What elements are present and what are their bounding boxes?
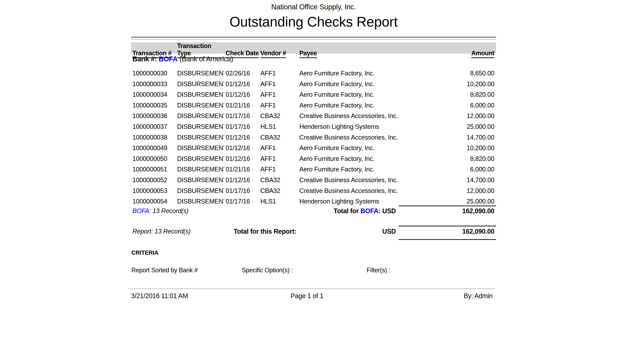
cell-payee: Creative Business Accessories, Inc. — [298, 132, 399, 143]
bank-total-rule — [399, 206, 496, 206]
cell-payee: Aero Furniture Factory, Inc. — [298, 68, 399, 79]
cell-vendor-number: CBA32 — [259, 185, 298, 196]
cell-amount: 8,820.00 — [399, 154, 496, 164]
cell-vendor-number: AFF1 — [259, 164, 298, 175]
cell-payee: Creative Business Accessories, Inc. — [298, 111, 399, 121]
cell-check-date: 01/17/16 — [224, 185, 259, 196]
bank-label: Bank #: — [132, 55, 159, 63]
cell-transaction-number: 1000000033 — [131, 79, 176, 89]
cell-check-date: 01/21/16 — [224, 100, 259, 111]
cell-payee: Henderson Lighting Systems — [298, 121, 399, 132]
report-total-top-rule — [399, 226, 496, 226]
criteria-sorted-by: Report Sorted by Bank # — [131, 267, 198, 274]
cell-amount: 12,000.00 — [399, 111, 496, 121]
cell-check-date: 01/21/16 — [224, 164, 259, 175]
table-row: 1000000034 DISBURSEMENTS 01/12/16 AFF1 A… — [131, 89, 496, 100]
cell-amount: 6,000.00 — [399, 164, 496, 175]
cell-check-date: 01/12/16 — [224, 154, 259, 164]
bank-name: (Bank of America) — [178, 55, 233, 63]
criteria-specific-options: Specific Option(s) : — [242, 267, 293, 274]
cell-vendor-number: CBA32 — [259, 175, 298, 185]
table-row: 1000000036 DISBURSEMENTS 01/17/16 CBA32 … — [131, 111, 496, 121]
cell-payee: Aero Furniture Factory, Inc. — [298, 100, 399, 111]
cell-transaction-number: 1000000038 — [131, 132, 176, 143]
cell-transaction-number: 1000000052 — [131, 175, 176, 185]
footer-generated-by: By: Admin — [464, 292, 493, 300]
cell-amount: 12,000.00 — [399, 185, 496, 196]
outstanding-checks-report: National Office Supply, Inc. Outstanding… — [131, 0, 496, 364]
table-row: 1000000037 DISBURSEMENTS 01/17/16 HLS1 H… — [131, 121, 496, 132]
report-total-amount: 162,090.00 — [399, 228, 494, 235]
cell-amount: 25,000.00 — [399, 121, 496, 132]
cell-transaction-number: 1000000049 — [131, 143, 176, 154]
cell-transaction-number: 1000000051 — [131, 164, 176, 175]
cell-check-date: 01/17/16 — [224, 196, 259, 207]
cell-payee: Henderson Lighting Systems — [298, 196, 399, 207]
cell-transaction-number: 1000000034 — [131, 89, 176, 100]
report-title: Outstanding Checks Report — [131, 14, 496, 30]
table-row: 1000000053 DISBURSEMENTS 01/17/16 CBA32 … — [131, 185, 496, 196]
report-page: National Office Supply, Inc. Outstanding… — [0, 0, 624, 364]
bank-code-link[interactable]: BOFA — [360, 207, 378, 215]
cell-transaction-type: DISBURSEMENTS — [176, 132, 224, 143]
table-row: 1000000050 DISBURSEMENTS 01/12/16 AFF1 A… — [131, 154, 496, 164]
bank-code-link[interactable]: BOFA — [159, 55, 178, 63]
table-row: 1000000038 DISBURSEMENTS 01/12/16 CBA32 … — [131, 132, 496, 143]
cell-vendor-number: HLS1 — [259, 196, 298, 207]
cell-amount: 8,820.00 — [399, 89, 496, 100]
cell-transaction-number: 1000000036 — [131, 111, 176, 121]
cell-transaction-type: DISBURSEMENTS — [176, 143, 224, 154]
company-name: National Office Supply, Inc. — [131, 3, 496, 11]
cell-amount: 6,000.00 — [399, 100, 496, 111]
cell-transaction-type: DISBURSEMENTS — [176, 121, 224, 132]
cell-amount: 14,700.00 — [399, 175, 496, 185]
bank-group-header: Bank #: BOFA (Bank of America) — [131, 55, 496, 63]
cell-amount: 25,000.00 — [399, 196, 496, 207]
table-row: 1000000033 DISBURSEMENTS 01/12/16 AFF1 A… — [131, 79, 496, 89]
cell-transaction-number: 1000000035 — [131, 100, 176, 111]
title-separator-light — [131, 39, 496, 40]
cell-transaction-number: 1000000030 — [131, 68, 176, 79]
bank-total-label: Total for BOFA: USD — [131, 207, 396, 215]
table-header-row: Transaction # Transaction Type Check Dat… — [131, 42, 496, 54]
cell-payee: Aero Furniture Factory, Inc. — [298, 79, 399, 89]
table-row: 1000000052 DISBURSEMENTS 01/12/16 CBA32 … — [131, 175, 496, 185]
table-row: 1000000035 DISBURSEMENTS 01/21/16 AFF1 A… — [131, 100, 496, 111]
cell-amount: 10,200.00 — [399, 79, 496, 89]
cell-transaction-type: DISBURSEMENTS — [176, 68, 224, 79]
cell-vendor-number: HLS1 — [259, 121, 298, 132]
cell-transaction-type: DISBURSEMENTS — [176, 154, 224, 164]
cell-payee: Aero Furniture Factory, Inc. — [298, 143, 399, 154]
cell-transaction-number: 1000000037 — [131, 121, 176, 132]
cell-transaction-type: DISBURSEMENTS — [176, 196, 224, 207]
cell-check-date: 01/12/16 — [224, 143, 259, 154]
cell-vendor-number: AFF1 — [259, 89, 298, 100]
cell-check-date: 01/17/16 — [224, 111, 259, 121]
cell-transaction-type: DISBURSEMENTS — [176, 175, 224, 185]
report-total-currency: USD — [356, 228, 396, 235]
footer-page-number: Page 1 of 1 — [125, 292, 490, 300]
table-body: 1000000030 DISBURSEMENTS 02/26/16 AFF1 A… — [131, 68, 496, 207]
cell-vendor-number: CBA32 — [259, 111, 298, 121]
cell-transaction-number: 1000000050 — [131, 154, 176, 164]
cell-check-date: 01/12/16 — [224, 132, 259, 143]
report-total-label: Total for this Report: — [131, 228, 296, 235]
cell-payee: Aero Furniture Factory, Inc. — [298, 164, 399, 175]
cell-check-date: 01/12/16 — [224, 175, 259, 185]
cell-payee: Aero Furniture Factory, Inc. — [298, 154, 399, 164]
table-row: 1000000051 DISBURSEMENTS 01/21/16 AFF1 A… — [131, 164, 496, 175]
cell-transaction-type: DISBURSEMENTS — [176, 79, 224, 89]
cell-payee: Creative Business Accessories, Inc. — [298, 185, 399, 196]
cell-vendor-number: AFF1 — [259, 143, 298, 154]
cell-transaction-type: DISBURSEMENTS — [176, 100, 224, 111]
report-total-row: Report: 13 Record(s) Total for this Repo… — [131, 228, 496, 236]
cell-transaction-number: 1000000053 — [131, 185, 176, 196]
cell-payee: Aero Furniture Factory, Inc. — [298, 89, 399, 100]
footer-separator — [129, 288, 495, 289]
cell-vendor-number: AFF1 — [259, 68, 298, 79]
cell-transaction-type: DISBURSEMENTS — [176, 111, 224, 121]
bank-total-row: BOFA: 13 Record(s) Total for BOFA: USD 1… — [131, 207, 496, 216]
cell-amount: 8,650.00 — [399, 68, 496, 79]
table-row: 1000000049 DISBURSEMENTS 01/12/16 AFF1 A… — [131, 143, 496, 154]
cell-transaction-number: 1000000054 — [131, 196, 176, 207]
